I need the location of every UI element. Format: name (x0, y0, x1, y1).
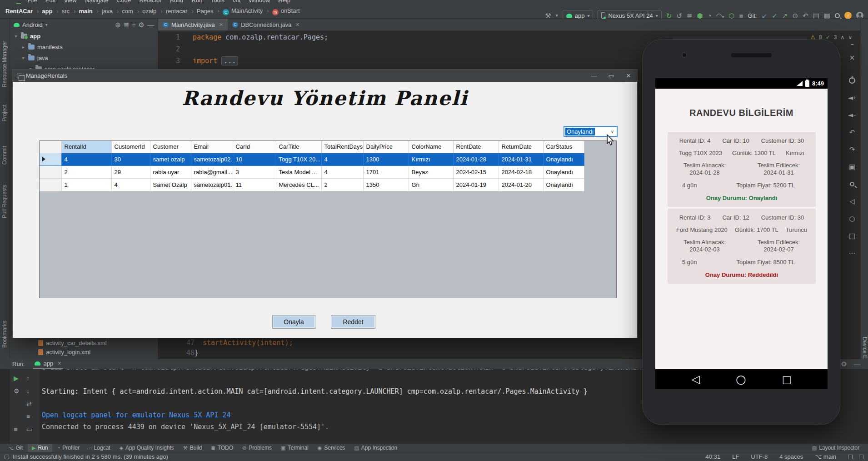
menu-help[interactable]: Help (278, 0, 290, 4)
running-devices-icon[interactable]: ▦ (824, 12, 830, 19)
menu-code[interactable]: Code (117, 0, 131, 4)
hammer-build-icon[interactable]: ⚒ (545, 12, 551, 19)
caret-position[interactable]: 40:31 (706, 453, 721, 460)
toolbar-logcat[interactable]: ≡Logcat (85, 444, 114, 452)
row-selector[interactable] (40, 178, 61, 191)
down-stack-icon[interactable]: ↓ (26, 387, 30, 395)
code-line-48[interactable]: } (195, 349, 199, 357)
git-commit-icon[interactable]: ✓ (772, 12, 778, 19)
breadcrumb-pages[interactable]: Pages (188, 8, 214, 15)
indent-setting[interactable]: 4 spaces (779, 453, 803, 460)
toolbar-profiler[interactable]: ◔Profiler (53, 444, 84, 452)
breadcrumb-project[interactable]: RentACar (5, 8, 34, 15)
close-icon[interactable]: ✕ (295, 22, 299, 28)
col-email[interactable]: Email (191, 141, 233, 153)
breadcrumb-src[interactable]: src (53, 8, 70, 15)
stripe-commit[interactable]: Commit (1, 146, 8, 165)
folded-code[interactable]: ... (221, 56, 238, 65)
chevron-expanded-icon[interactable]: ▾ (21, 55, 25, 60)
col-carstatus[interactable]: CarStatus (543, 141, 584, 153)
toolbar-problems[interactable]: ⊘Problems (238, 444, 276, 452)
col-carid[interactable]: CarId (233, 141, 276, 153)
breadcrumb-app[interactable]: app (34, 8, 53, 15)
rerun-icon[interactable]: ▶ (14, 375, 19, 382)
col-customerid[interactable]: CustomerId (111, 141, 150, 153)
profile-dropdown-icon[interactable]: ◠▾ (716, 12, 724, 19)
close-button[interactable]: ✕ (620, 70, 637, 82)
menu-build[interactable]: Build (170, 0, 183, 4)
rotate-right-icon[interactable]: ↷ (847, 145, 857, 155)
rotate-left-icon[interactable]: ↶ (847, 127, 857, 137)
toolbar-todo[interactable]: ≣TODO (207, 444, 237, 452)
breadcrumb-main[interactable]: main (70, 8, 94, 15)
git-update-icon[interactable]: ↙ (762, 12, 768, 19)
project-view-select[interactable]: Android (22, 21, 43, 28)
menu-view[interactable]: View (64, 0, 77, 4)
attach-debugger-icon[interactable]: ⬡ (728, 12, 734, 19)
menu-run[interactable]: Run (191, 0, 202, 4)
zoom-icon[interactable] (847, 179, 857, 189)
menu-window[interactable]: Window (249, 0, 270, 4)
expand-all-icon[interactable]: ≣ (124, 21, 130, 28)
home-icon[interactable]: ○ (847, 214, 857, 224)
breadcrumb-rentacar[interactable]: rentacar (157, 8, 188, 15)
build-dropdown-icon[interactable]: ▾ (556, 13, 558, 18)
col-cartitle[interactable]: CarTitle (276, 141, 321, 153)
volume-down-icon[interactable]: ◄− (847, 110, 857, 120)
tree-item-activity-login[interactable]: activity_login.xml (38, 346, 90, 357)
chevron-collapsed-icon[interactable]: ▸ (21, 45, 25, 50)
toolbar-terminal[interactable]: ▣Terminal (277, 444, 313, 452)
menu-file[interactable]: File (27, 0, 37, 4)
git-history-icon[interactable]: ⊙ (792, 12, 798, 19)
toolbar-app-inspection[interactable]: ▤App Inspection (350, 444, 401, 452)
sync-icon[interactable]: ↑ (844, 12, 852, 19)
profile-avatar-icon[interactable] (856, 12, 863, 19)
locate-file-icon[interactable]: ⊕ (115, 21, 121, 28)
logcat-link[interactable]: Open logcat panel for emulator Nexus 5X … (42, 411, 230, 419)
toolbar-services[interactable]: ◉Services (314, 444, 349, 452)
git-push-icon[interactable]: ↗ (782, 12, 788, 19)
nav-overview-icon[interactable]: □ (782, 374, 792, 385)
hide-panel-icon[interactable]: — (147, 21, 154, 28)
scroll-end-icon[interactable]: ≡ (26, 413, 30, 420)
col-rentdate[interactable]: RentDate (453, 141, 499, 153)
debug-icon[interactable]: ⬢ (697, 12, 703, 19)
stop-icon[interactable]: ■ (739, 12, 743, 19)
tab-mainactivity[interactable]: C MainActivity.java ✕ (158, 19, 228, 30)
code-line-1[interactable]: package com.ozalp.rentacar.Pages; (193, 33, 328, 41)
soft-wrap-icon[interactable]: ⇄ (26, 400, 32, 407)
up-stack-icon[interactable]: ↑ (26, 375, 30, 382)
col-rentalid[interactable]: RentalId (61, 141, 111, 153)
tree-item-java[interactable]: ▾ java (10, 52, 158, 63)
apply-changes-icon[interactable]: ↺ (676, 12, 682, 19)
volume-up-icon[interactable]: ◄+ (847, 93, 857, 103)
code-line-47[interactable]: startActivity(intent); (203, 339, 293, 347)
table-row[interactable]: 14 Samet Ozalpsametozalp01... 11Mercedes… (40, 178, 584, 191)
device-screen[interactable]: 8:49 RANDEVU BİLGİLERİM Rental ID: 4 Car… (655, 78, 828, 389)
tab-dbconnection[interactable]: C DBConnection.java ✕ (228, 19, 304, 30)
git-branch[interactable]: ⌥ main (815, 453, 836, 460)
reject-button[interactable]: Reddet (331, 315, 375, 329)
notifications-icon[interactable] (859, 455, 863, 459)
minimize-icon[interactable]: – (847, 39, 857, 49)
table-row-selected[interactable]: 430 samet ozalpsametozalp02... 10Togg T1… (40, 153, 584, 165)
breadcrumb-onstart[interactable]: monStart (264, 7, 300, 15)
search-icon[interactable] (835, 13, 840, 18)
screenshot-icon[interactable]: ▣ (847, 162, 857, 172)
breadcrumb-ozalp[interactable]: ozalp (134, 8, 157, 15)
breadcrumb-com[interactable]: com (114, 8, 134, 15)
col-returndate[interactable]: ReturnDate (499, 141, 543, 153)
tree-item-app[interactable]: ▾ app (10, 30, 158, 41)
row-selector[interactable] (40, 153, 61, 165)
toolbar-layout-inspector[interactable]: ▧Layout Inspector (808, 444, 863, 452)
menu-tools[interactable]: Tools (211, 0, 224, 4)
row-selector[interactable] (40, 165, 61, 178)
toolbar-run[interactable]: ▶Run (28, 444, 52, 452)
row-header-corner[interactable] (40, 141, 61, 153)
more-icon[interactable]: ⋯ (847, 248, 857, 258)
git-rollback-icon[interactable]: ↶ (803, 12, 808, 19)
close-icon[interactable]: × (847, 53, 857, 63)
approve-button[interactable]: Onayla (272, 315, 315, 329)
settings-icon[interactable]: ⚙ (841, 361, 847, 367)
overview-icon[interactable]: □ (847, 231, 857, 241)
